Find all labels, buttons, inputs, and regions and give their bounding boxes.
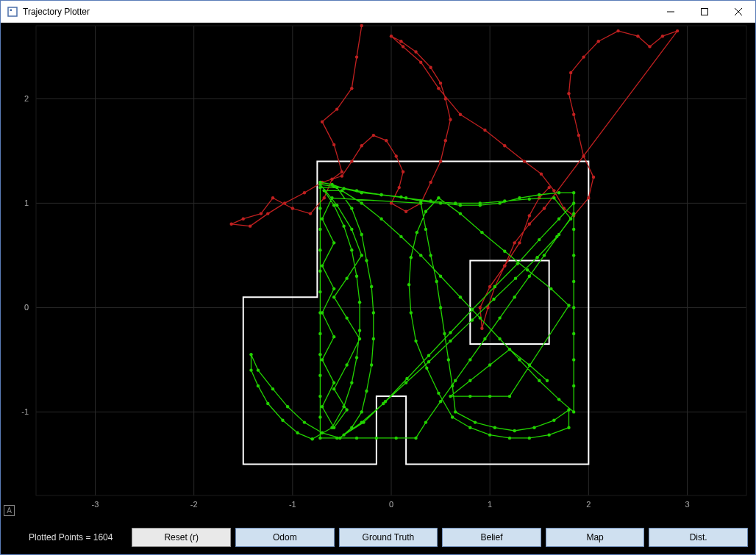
svg-point-51: [360, 144, 363, 147]
svg-point-171: [249, 368, 252, 371]
svg-point-164: [338, 437, 341, 440]
svg-point-208: [572, 201, 575, 204]
svg-point-173: [266, 402, 269, 405]
svg-point-179: [350, 381, 353, 384]
svg-point-35: [340, 171, 343, 173]
svg-point-87: [569, 71, 572, 74]
svg-point-60: [429, 181, 432, 184]
svg-point-299: [567, 304, 570, 307]
svg-point-76: [523, 160, 526, 162]
svg-point-124: [572, 212, 575, 215]
svg-point-232: [528, 198, 531, 201]
svg-point-235: [454, 201, 457, 204]
svg-point-128: [513, 296, 516, 298]
svg-point-141: [318, 415, 321, 418]
svg-point-47: [303, 191, 306, 194]
svg-point-302: [468, 395, 471, 398]
svg-text:-1: -1: [289, 500, 296, 509]
svg-text:-2: -2: [190, 500, 198, 509]
svg-point-185: [342, 224, 345, 227]
svg-rect-3: [702, 8, 708, 15]
svg-point-153: [335, 186, 338, 189]
svg-point-44: [249, 224, 252, 227]
svg-point-122: [557, 191, 560, 194]
svg-point-260: [332, 241, 335, 244]
svg-point-53: [385, 139, 388, 142]
svg-point-286: [425, 367, 428, 370]
svg-point-186: [332, 204, 335, 207]
svg-point-147: [318, 290, 321, 293]
svg-point-138: [355, 437, 358, 440]
svg-point-252: [332, 426, 335, 429]
svg-point-204: [572, 306, 575, 309]
svg-point-197: [518, 358, 521, 361]
ground-truth-button[interactable]: Ground Truth: [339, 528, 438, 547]
svg-point-295: [480, 231, 483, 234]
app-window: Trajectory Plotter -3-2-10123-1012 A Plo…: [0, 0, 756, 555]
svg-point-195: [479, 316, 482, 319]
window-title: Trajectory Plotter: [23, 7, 90, 17]
svg-text:-3: -3: [92, 500, 99, 509]
svg-point-140: [318, 437, 321, 440]
auto-scale-icon[interactable]: A: [4, 505, 15, 516]
svg-point-258: [332, 287, 335, 290]
minimize-button[interactable]: [654, 1, 688, 23]
svg-point-234: [479, 201, 482, 204]
svg-point-280: [528, 437, 531, 440]
svg-point-68: [399, 40, 402, 43]
svg-point-32: [335, 107, 338, 110]
svg-point-287: [414, 340, 417, 343]
plot-area[interactable]: -3-2-10123-1012 A Plotted Points = 1604 …: [1, 23, 755, 554]
svg-point-215: [427, 354, 430, 357]
belief-button[interactable]: Belief: [442, 528, 541, 547]
svg-point-94: [676, 29, 679, 32]
svg-point-203: [572, 332, 575, 335]
svg-point-253: [321, 405, 324, 408]
map-button[interactable]: Map: [546, 528, 645, 547]
svg-point-224: [449, 340, 452, 343]
svg-point-61: [439, 160, 442, 162]
svg-text:1: 1: [488, 500, 492, 509]
svg-point-303: [449, 395, 452, 398]
svg-point-88: [582, 55, 585, 58]
svg-point-220: [360, 420, 363, 423]
svg-point-206: [572, 254, 575, 257]
svg-point-278: [567, 426, 570, 429]
svg-text:1: 1: [24, 198, 29, 207]
svg-point-117: [459, 204, 462, 207]
svg-point-308: [546, 379, 549, 382]
svg-point-281: [508, 437, 511, 440]
svg-point-41: [260, 212, 263, 215]
svg-point-170: [249, 353, 252, 356]
maximize-button[interactable]: [688, 1, 721, 23]
svg-point-116: [439, 201, 442, 204]
svg-point-165: [321, 432, 324, 434]
svg-text:2: 2: [24, 94, 29, 103]
svg-point-149: [318, 248, 321, 251]
svg-point-205: [572, 280, 575, 283]
odom-button[interactable]: Odom: [235, 528, 335, 547]
dist-button[interactable]: Dist.: [649, 528, 748, 547]
status-text: Plotted Points = 1604: [29, 532, 113, 543]
svg-point-75: [503, 144, 506, 147]
svg-point-119: [498, 201, 501, 204]
svg-point-91: [636, 35, 639, 37]
reset-button[interactable]: Reset (r): [132, 528, 231, 547]
svg-point-105: [518, 241, 521, 244]
svg-point-291: [416, 231, 418, 234]
svg-point-268: [443, 332, 446, 335]
svg-point-229: [555, 235, 558, 238]
svg-point-84: [577, 134, 580, 137]
svg-point-288: [410, 311, 413, 314]
svg-point-189: [360, 201, 363, 204]
svg-point-70: [402, 45, 404, 48]
svg-point-246: [332, 296, 335, 298]
svg-point-282: [488, 433, 491, 436]
svg-point-136: [395, 437, 398, 440]
svg-point-135: [414, 437, 417, 440]
svg-point-272: [474, 420, 477, 423]
close-button[interactable]: [721, 1, 755, 23]
svg-point-270: [451, 384, 454, 387]
svg-point-222: [404, 381, 407, 384]
svg-point-169: [257, 368, 260, 371]
